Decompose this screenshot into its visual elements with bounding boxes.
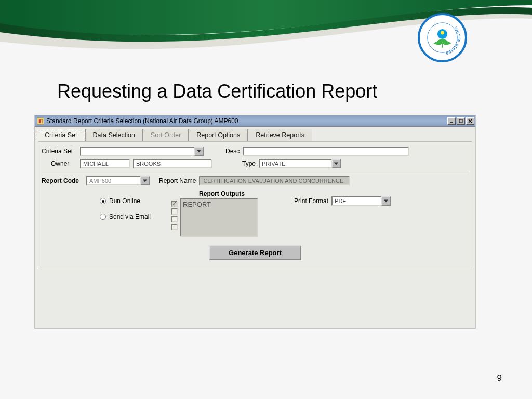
- send-via-email-radio[interactable]: [100, 214, 106, 220]
- send-via-email-label: Send via Email: [109, 213, 151, 220]
- type-input[interactable]: [259, 159, 331, 168]
- tab-data-selection[interactable]: Data Selection: [85, 129, 143, 141]
- criteria-set-combo[interactable]: [80, 147, 204, 156]
- tab-report-options[interactable]: Report Options: [189, 129, 248, 141]
- output-check-2[interactable]: [171, 208, 178, 215]
- report-code-input[interactable]: [86, 176, 140, 185]
- print-format-dropdown-icon[interactable]: [381, 196, 391, 206]
- run-online-radio-row[interactable]: Run Online: [100, 195, 151, 207]
- report-name-value: CERTIFICATION EVALUATION AND CONCURRENCE: [199, 176, 350, 185]
- window-maximize-button[interactable]: [457, 117, 465, 125]
- desc-input[interactable]: [243, 147, 409, 156]
- run-online-radio[interactable]: [100, 198, 106, 204]
- report-code-label: Report Code: [42, 177, 83, 184]
- desc-label: Desc: [225, 148, 240, 155]
- report-code-combo[interactable]: [86, 176, 150, 185]
- window-close-button[interactable]: [466, 117, 474, 125]
- print-format-combo[interactable]: [331, 196, 391, 206]
- report-outputs-listbox[interactable]: REPORT: [180, 198, 258, 237]
- page-number: 9: [497, 373, 502, 383]
- print-format-input[interactable]: [331, 196, 381, 206]
- epa-seal-logo: UNITED STATES: [418, 13, 467, 62]
- owner-label: Owner: [51, 160, 77, 167]
- output-check-1[interactable]: ✓: [171, 201, 178, 207]
- criteria-set-dropdown-icon[interactable]: [194, 147, 204, 156]
- send-via-email-radio-row[interactable]: Send via Email: [100, 211, 151, 222]
- tab-sort-order[interactable]: Sort Order: [143, 129, 189, 141]
- owner-first-input[interactable]: [80, 159, 130, 168]
- slide-title: Requesting a Data Certification Report: [57, 81, 377, 102]
- tab-retrieve-reports[interactable]: Retrieve Reports: [248, 129, 312, 141]
- window-title: Standard Report Criteria Selection (Nati…: [46, 117, 238, 125]
- window-titlebar: ◧ Standard Report Criteria Selection (Na…: [35, 115, 475, 127]
- owner-last-input[interactable]: [133, 159, 212, 168]
- svg-point-4: [441, 31, 444, 34]
- type-dropdown-icon[interactable]: [331, 159, 341, 168]
- type-label: Type: [242, 160, 256, 167]
- output-item-report[interactable]: REPORT: [183, 201, 255, 208]
- window-minimize-button[interactable]: [447, 117, 456, 125]
- type-combo[interactable]: [259, 159, 341, 168]
- criteria-set-input[interactable]: [80, 147, 194, 156]
- generate-report-button[interactable]: Generate Report: [209, 245, 301, 260]
- output-check-4[interactable]: [171, 224, 178, 230]
- svg-rect-6: [459, 119, 462, 123]
- report-dialog: ◧ Standard Report Criteria Selection (Na…: [34, 115, 476, 329]
- run-online-label: Run Online: [109, 197, 140, 205]
- report-outputs-heading: Report Outputs: [186, 190, 258, 197]
- output-check-3[interactable]: [171, 216, 178, 222]
- report-name-label: Report Name: [159, 177, 196, 184]
- criteria-set-label: Criteria Set: [42, 148, 77, 155]
- print-format-label: Print Format: [294, 197, 328, 205]
- titlebar-app-icon: ◧: [37, 117, 44, 125]
- tab-criteria-set[interactable]: Criteria Set: [37, 129, 85, 141]
- report-code-dropdown-icon[interactable]: [140, 176, 150, 185]
